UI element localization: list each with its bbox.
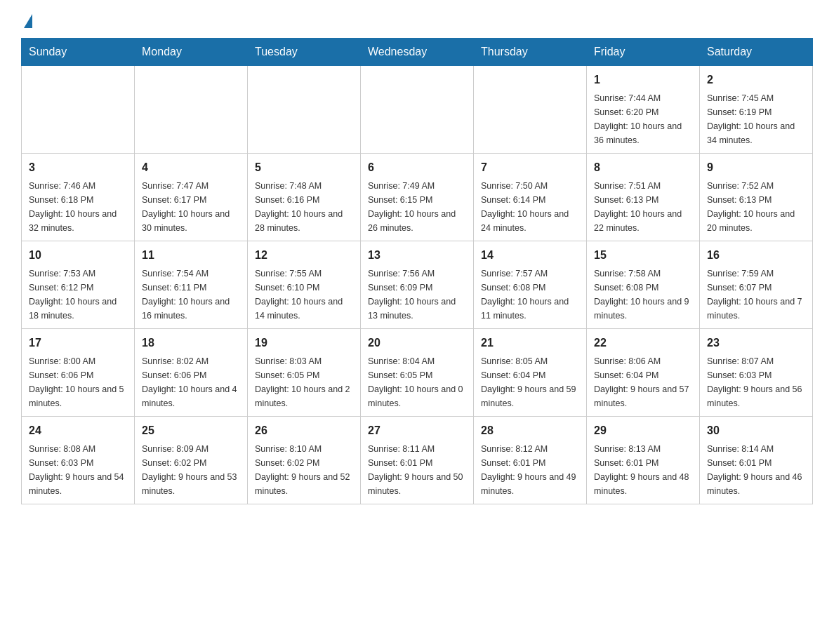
calendar-cell: 14Sunrise: 7:57 AM Sunset: 6:08 PM Dayli… [474,241,587,329]
weekday-header-saturday: Saturday [700,39,813,66]
weekday-header-tuesday: Tuesday [248,39,361,66]
day-number: 29 [594,422,692,439]
weekday-header-friday: Friday [587,39,700,66]
weekday-header-row: SundayMondayTuesdayWednesdayThursdayFrid… [22,39,813,66]
day-number: 9 [707,159,805,176]
day-info: Sunrise: 8:11 AM Sunset: 6:01 PM Dayligh… [368,442,466,498]
calendar-table: SundayMondayTuesdayWednesdayThursdayFrid… [21,38,813,504]
calendar-week-row: 17Sunrise: 8:00 AM Sunset: 6:06 PM Dayli… [22,329,813,417]
logo [21,14,32,25]
day-number: 2 [707,72,805,88]
calendar-cell: 29Sunrise: 8:13 AM Sunset: 6:01 PM Dayli… [587,417,700,504]
calendar-cell: 2Sunrise: 7:45 AM Sunset: 6:19 PM Daylig… [700,66,813,154]
day-info: Sunrise: 8:06 AM Sunset: 6:04 PM Dayligh… [594,354,692,410]
day-info: Sunrise: 7:59 AM Sunset: 6:07 PM Dayligh… [707,267,805,323]
calendar-cell: 11Sunrise: 7:54 AM Sunset: 6:11 PM Dayli… [135,241,248,329]
day-number: 19 [255,335,353,351]
calendar-cell: 3Sunrise: 7:46 AM Sunset: 6:18 PM Daylig… [22,154,135,241]
day-number: 27 [368,422,466,439]
day-number: 10 [29,247,127,264]
calendar-cell: 24Sunrise: 8:08 AM Sunset: 6:03 PM Dayli… [22,417,135,504]
calendar-cell: 17Sunrise: 8:00 AM Sunset: 6:06 PM Dayli… [22,329,135,417]
day-info: Sunrise: 7:58 AM Sunset: 6:08 PM Dayligh… [594,267,692,323]
day-info: Sunrise: 8:10 AM Sunset: 6:02 PM Dayligh… [255,442,353,498]
day-info: Sunrise: 8:02 AM Sunset: 6:06 PM Dayligh… [142,354,240,410]
weekday-header-sunday: Sunday [22,39,135,66]
day-number: 6 [368,159,466,176]
page-header [21,14,813,25]
calendar-cell: 15Sunrise: 7:58 AM Sunset: 6:08 PM Dayli… [587,241,700,329]
day-number: 14 [481,247,579,264]
calendar-cell: 21Sunrise: 8:05 AM Sunset: 6:04 PM Dayli… [474,329,587,417]
day-info: Sunrise: 7:49 AM Sunset: 6:15 PM Dayligh… [368,179,466,235]
day-number: 7 [481,159,579,176]
day-info: Sunrise: 7:54 AM Sunset: 6:11 PM Dayligh… [142,267,240,323]
calendar-cell: 18Sunrise: 8:02 AM Sunset: 6:06 PM Dayli… [135,329,248,417]
day-number: 3 [29,159,127,176]
day-info: Sunrise: 7:47 AM Sunset: 6:17 PM Dayligh… [142,179,240,235]
weekday-header-wednesday: Wednesday [361,39,474,66]
weekday-header-thursday: Thursday [474,39,587,66]
weekday-header-monday: Monday [135,39,248,66]
day-number: 1 [594,72,692,88]
day-number: 22 [594,335,692,351]
calendar-cell: 25Sunrise: 8:09 AM Sunset: 6:02 PM Dayli… [135,417,248,504]
day-number: 25 [142,422,240,439]
calendar-cell: 22Sunrise: 8:06 AM Sunset: 6:04 PM Dayli… [587,329,700,417]
day-number: 15 [594,247,692,264]
calendar-cell: 5Sunrise: 7:48 AM Sunset: 6:16 PM Daylig… [248,154,361,241]
day-info: Sunrise: 7:45 AM Sunset: 6:19 PM Dayligh… [707,91,805,147]
calendar-cell: 26Sunrise: 8:10 AM Sunset: 6:02 PM Dayli… [248,417,361,504]
day-info: Sunrise: 7:46 AM Sunset: 6:18 PM Dayligh… [29,179,127,235]
calendar-cell: 23Sunrise: 8:07 AM Sunset: 6:03 PM Dayli… [700,329,813,417]
calendar-cell: 1Sunrise: 7:44 AM Sunset: 6:20 PM Daylig… [587,66,700,154]
calendar-cell: 19Sunrise: 8:03 AM Sunset: 6:05 PM Dayli… [248,329,361,417]
day-info: Sunrise: 8:13 AM Sunset: 6:01 PM Dayligh… [594,442,692,498]
day-info: Sunrise: 7:44 AM Sunset: 6:20 PM Dayligh… [594,91,692,147]
calendar-cell: 27Sunrise: 8:11 AM Sunset: 6:01 PM Dayli… [361,417,474,504]
calendar-cell [361,66,474,154]
calendar-cell: 6Sunrise: 7:49 AM Sunset: 6:15 PM Daylig… [361,154,474,241]
day-info: Sunrise: 7:53 AM Sunset: 6:12 PM Dayligh… [29,267,127,323]
calendar-cell: 30Sunrise: 8:14 AM Sunset: 6:01 PM Dayli… [700,417,813,504]
day-info: Sunrise: 7:57 AM Sunset: 6:08 PM Dayligh… [481,267,579,323]
calendar-cell: 4Sunrise: 7:47 AM Sunset: 6:17 PM Daylig… [135,154,248,241]
day-info: Sunrise: 8:03 AM Sunset: 6:05 PM Dayligh… [255,354,353,410]
calendar-cell: 28Sunrise: 8:12 AM Sunset: 6:01 PM Dayli… [474,417,587,504]
day-info: Sunrise: 7:48 AM Sunset: 6:16 PM Dayligh… [255,179,353,235]
day-number: 4 [142,159,240,176]
day-info: Sunrise: 8:14 AM Sunset: 6:01 PM Dayligh… [707,442,805,498]
day-number: 26 [255,422,353,439]
day-info: Sunrise: 7:56 AM Sunset: 6:09 PM Dayligh… [368,267,466,323]
day-info: Sunrise: 8:04 AM Sunset: 6:05 PM Dayligh… [368,354,466,410]
calendar-cell: 16Sunrise: 7:59 AM Sunset: 6:07 PM Dayli… [700,241,813,329]
day-number: 18 [142,335,240,351]
day-number: 8 [594,159,692,176]
calendar-week-row: 3Sunrise: 7:46 AM Sunset: 6:18 PM Daylig… [22,154,813,241]
day-number: 5 [255,159,353,176]
calendar-cell: 20Sunrise: 8:04 AM Sunset: 6:05 PM Dayli… [361,329,474,417]
day-number: 23 [707,335,805,351]
calendar-cell: 7Sunrise: 7:50 AM Sunset: 6:14 PM Daylig… [474,154,587,241]
calendar-cell [135,66,248,154]
day-number: 11 [142,247,240,264]
calendar-week-row: 1Sunrise: 7:44 AM Sunset: 6:20 PM Daylig… [22,66,813,154]
calendar-week-row: 10Sunrise: 7:53 AM Sunset: 6:12 PM Dayli… [22,241,813,329]
calendar-cell: 8Sunrise: 7:51 AM Sunset: 6:13 PM Daylig… [587,154,700,241]
day-info: Sunrise: 8:09 AM Sunset: 6:02 PM Dayligh… [142,442,240,498]
day-info: Sunrise: 7:55 AM Sunset: 6:10 PM Dayligh… [255,267,353,323]
day-number: 28 [481,422,579,439]
calendar-cell: 12Sunrise: 7:55 AM Sunset: 6:10 PM Dayli… [248,241,361,329]
day-number: 16 [707,247,805,264]
day-number: 20 [368,335,466,351]
calendar-cell: 13Sunrise: 7:56 AM Sunset: 6:09 PM Dayli… [361,241,474,329]
day-number: 12 [255,247,353,264]
day-info: Sunrise: 8:00 AM Sunset: 6:06 PM Dayligh… [29,354,127,410]
calendar-cell [474,66,587,154]
day-info: Sunrise: 7:52 AM Sunset: 6:13 PM Dayligh… [707,179,805,235]
day-info: Sunrise: 8:08 AM Sunset: 6:03 PM Dayligh… [29,442,127,498]
day-number: 17 [29,335,127,351]
day-info: Sunrise: 8:07 AM Sunset: 6:03 PM Dayligh… [707,354,805,410]
calendar-cell [22,66,135,154]
day-number: 13 [368,247,466,264]
